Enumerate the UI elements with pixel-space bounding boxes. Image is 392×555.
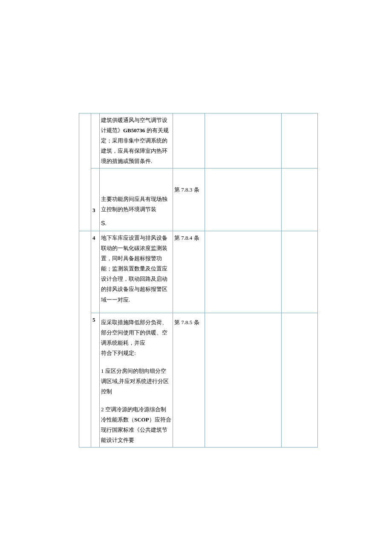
requirements-table: 建筑供暖通风与空气调节设计规范》GB50736 的有关规定；采用非集中空调系统的… [79,113,318,447]
content-text: S. [101,218,171,229]
row-extra-cont [282,216,318,231]
table-row: 4 地下车库应设置与排风设备联动的一氧化碳浓度监测装置，同时具备超标报警功能；监… [79,231,318,313]
row-extra [282,313,318,447]
table-row: 3 主要功能房间应具有现场独立控制的热环境调节装 第 7.8.3 条 [79,169,318,217]
row-number-cont [91,216,100,231]
row-reference: 第 7.8.4 条 [173,231,205,313]
row-notes [205,231,282,313]
table-row: 建筑供暖通风与空气调节设计规范》GB50736 的有关规定；采用非集中空调系统的… [79,113,318,169]
row-notes [205,113,282,169]
row-notes [205,313,282,447]
row-number [91,113,100,169]
row-reference: 第 7.8.5 条 [173,313,205,447]
row-extra [282,231,318,313]
row-number: 3 [91,169,100,217]
row-extra [282,169,318,217]
content-text: 应采取措施降低部分负荷、部分空间使用下的供暖、空调系统能耗，并应符合下列规定: [101,315,171,358]
row-content: 应采取措施降低部分负荷、部分空间使用下的供暖、空调系统能耗，并应符合下列规定: … [100,313,173,447]
row-content: 主要功能房间应具有现场独立控制的热环境调节装 [100,169,173,217]
spacer-cell [79,231,91,447]
content-text: 2 空调冷源的电冷源综合制冷性能系数（SCOP）应符合现行国家标准《公共建筑节能… [101,404,171,445]
row-notes [205,169,282,217]
row-number: 4 [91,231,100,313]
row-notes-cont [205,216,282,231]
document-page: 建筑供暖通风与空气调节设计规范》GB50736 的有关规定；采用非集中空调系统的… [79,113,317,447]
content-text: 1 应区分房间的朝向细分空调区域,并应对系统进行分区控制 [101,366,171,397]
row-extra [282,113,318,169]
spacer-cell [79,113,91,231]
row-content-cont: S. [100,216,173,231]
row-content: 地下车库应设置与排风设备联动的一氧化碳浓度监测装置，同时具备超标报警功能；监测装… [100,231,173,313]
row-reference: 第 7.8.3 条 [173,169,205,217]
row-content: 建筑供暖通风与空气调节设计规范》GB50736 的有关规定；采用非集中空调系统的… [100,113,173,169]
row-number: 5 [91,313,100,447]
table-row: S. [79,216,318,231]
row-reference-cont [173,216,205,231]
content-text: 建筑供暖通风与空气调节设计规范》GB50736 的有关规定；采用非集中空调系统的… [101,115,171,166]
content-text: 主要功能房间应具有现场独立控制的热环境调节装 [101,194,171,215]
content-text: 地下车库应设置与排风设备联动的一氧化碳浓度监测装置，同时具备超标报警功能；监测装… [101,233,171,305]
row-reference [173,113,205,169]
table-row: 5 应采取措施降低部分负荷、部分空间使用下的供暖、空调系统能耗，并应符合下列规定… [79,313,318,447]
